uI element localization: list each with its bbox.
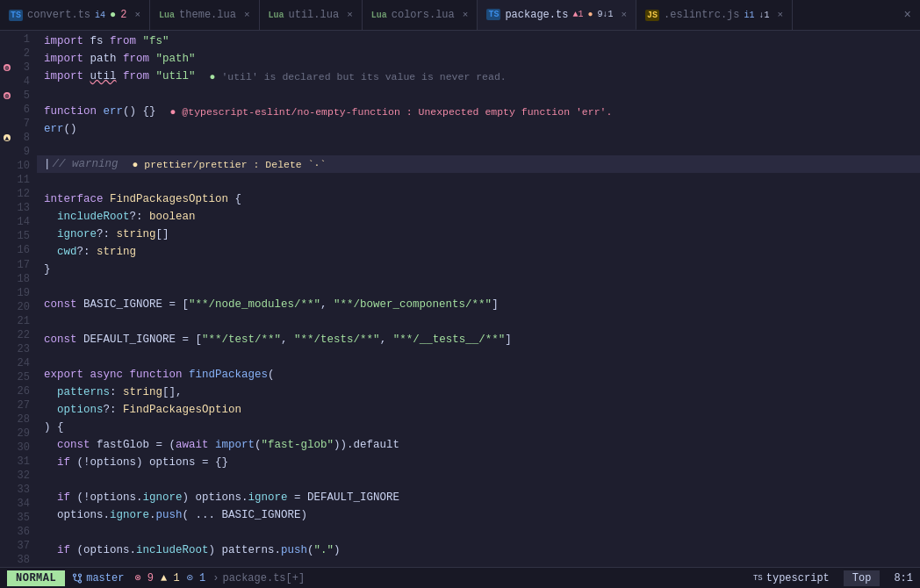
code-token: (options. bbox=[77, 544, 137, 556]
code-token: util bbox=[90, 70, 117, 82]
lua-icon: Lua bbox=[269, 11, 284, 20]
tab-util-lua[interactable]: Lua util.lua × bbox=[260, 0, 363, 30]
code-line: import fs from "fs" bbox=[37, 32, 920, 50]
code-token: ) bbox=[301, 509, 308, 521]
close-icon[interactable]: × bbox=[463, 10, 469, 20]
tab-label: package.ts bbox=[505, 9, 568, 21]
line-number: 31 bbox=[0, 455, 37, 469]
editor-mode: NORMAL bbox=[7, 570, 65, 586]
code-token: ignore bbox=[110, 509, 149, 521]
code-token: err bbox=[104, 105, 124, 118]
code-token: , bbox=[380, 333, 393, 346]
code-token: await bbox=[176, 439, 215, 451]
code-token: BASIC_IGNORE bbox=[222, 509, 301, 521]
code-line: if (!options) options = {} bbox=[37, 454, 920, 471]
line-number: 25 bbox=[0, 370, 37, 384]
line-number: 29 bbox=[0, 427, 37, 441]
code-token: "path" bbox=[156, 53, 196, 65]
line-number: 7 bbox=[0, 117, 37, 131]
tab-eslintrc-js[interactable]: JS .eslintrc.js i1 ↓1 × bbox=[636, 0, 793, 30]
code-line bbox=[37, 278, 920, 296]
branch-icon bbox=[72, 573, 83, 584]
code-token: . bbox=[149, 509, 156, 521]
js-icon: JS bbox=[645, 10, 659, 21]
code-token: "fast-glob" bbox=[262, 439, 334, 451]
ts-icon: TS bbox=[486, 9, 500, 20]
cursor-position: 8:1 bbox=[894, 572, 913, 584]
close-all-tabs[interactable]: × bbox=[895, 0, 920, 30]
tab-package-ts[interactable]: TS package.ts ▲1 ● 9↓1 × bbox=[478, 0, 636, 30]
line-number: 14 bbox=[0, 215, 37, 229]
tab-badge: ▲1 bbox=[572, 10, 583, 19]
line-number: 21 bbox=[0, 314, 37, 328]
code-line: function err() {}● @typescript-eslint/no… bbox=[37, 103, 920, 120]
line-number: 19 bbox=[0, 286, 37, 300]
code-token: string bbox=[117, 228, 156, 240]
line-number: 10 bbox=[0, 159, 37, 173]
code-token: "**/__tests__/**" bbox=[393, 333, 506, 346]
code-token: options bbox=[44, 404, 104, 416]
code-token: if bbox=[44, 491, 77, 504]
code-line: interface FindPackagesOption { bbox=[37, 190, 920, 208]
code-token: ( ... bbox=[183, 509, 222, 521]
line-number: 24 bbox=[0, 356, 37, 370]
code-token: ignore bbox=[248, 491, 288, 504]
code-line: |// warning● prettier/prettier : Delete … bbox=[37, 155, 920, 173]
close-icon[interactable]: × bbox=[134, 10, 140, 20]
code-token: import bbox=[44, 53, 90, 65]
line-number: 2 bbox=[0, 47, 37, 61]
code-token: DEFAULT_IGNORE bbox=[307, 491, 399, 504]
code-token: "fs" bbox=[143, 35, 169, 47]
ts-lang-icon: TS bbox=[753, 574, 763, 583]
lua-icon: Lua bbox=[371, 11, 387, 20]
tab-convert-ts[interactable]: TS convert.ts i4 ● 2 × bbox=[0, 0, 150, 30]
code-token: , bbox=[320, 298, 334, 311]
code-token: options. bbox=[44, 509, 110, 521]
line-number: 27 bbox=[0, 398, 37, 412]
close-icon[interactable]: × bbox=[778, 10, 784, 20]
close-icon[interactable]: × bbox=[621, 10, 627, 20]
code-line: ) { bbox=[37, 419, 920, 436]
code-token: function bbox=[44, 105, 104, 118]
line-number: 17 bbox=[0, 258, 37, 272]
code-token: patterns bbox=[44, 386, 110, 398]
code-token: ?: bbox=[130, 211, 150, 223]
inline-diagnostic: ● 'util' is declared but its value is ne… bbox=[210, 71, 507, 82]
code-token: from bbox=[110, 35, 143, 47]
tab-badge-dot: ● bbox=[587, 10, 593, 19]
code-token: import bbox=[215, 439, 255, 451]
code-token: fs bbox=[90, 35, 111, 47]
line-number: 11 bbox=[0, 173, 37, 187]
code-token: if bbox=[44, 544, 77, 556]
line-number: 35 bbox=[0, 511, 37, 525]
language-indicator: TS typescript bbox=[753, 572, 830, 584]
status-bar: NORMAL master ⊗ 9 ▲ 1 ⊙ 1 › package.ts[+… bbox=[0, 567, 920, 588]
code-token: "**/node_modules/**" bbox=[189, 298, 320, 311]
line-number: 13 bbox=[0, 201, 37, 215]
code-token: ( bbox=[307, 544, 314, 556]
code-token: err bbox=[44, 123, 64, 135]
breadcrumb: package.ts[+] bbox=[223, 572, 305, 584]
close-icon[interactable]: × bbox=[347, 10, 353, 20]
tab-badge: i1 bbox=[744, 11, 755, 20]
line-number: 9 bbox=[0, 145, 37, 159]
code-token: = ( bbox=[149, 439, 176, 451]
code-line: ignore?: string[] bbox=[37, 226, 920, 243]
code-line: export async function findPackages( bbox=[37, 366, 920, 384]
code-token: FindPackagesOption bbox=[123, 404, 241, 416]
line-number: 34 bbox=[0, 497, 37, 511]
tab-theme-lua[interactable]: Lua theme.lua × bbox=[150, 0, 259, 30]
breadcrumb-chevron: › bbox=[212, 572, 219, 584]
code-token: string bbox=[123, 386, 162, 398]
code-token: "**/tests/**" bbox=[294, 333, 380, 346]
tab-colors-lua[interactable]: Lua colors.lua × bbox=[363, 0, 478, 30]
code-editor[interactable]: import fs from "fs"import path from "pat… bbox=[37, 31, 920, 567]
close-icon[interactable]: × bbox=[244, 10, 250, 20]
code-token: FindPackagesOption bbox=[110, 193, 228, 205]
code-line bbox=[37, 138, 920, 155]
code-token: [], bbox=[162, 386, 189, 398]
warn-gutter-dot: ▲ bbox=[4, 134, 11, 141]
code-token: push bbox=[281, 544, 307, 556]
code-token: ignore bbox=[143, 491, 183, 504]
line-number: 18 bbox=[0, 272, 37, 286]
